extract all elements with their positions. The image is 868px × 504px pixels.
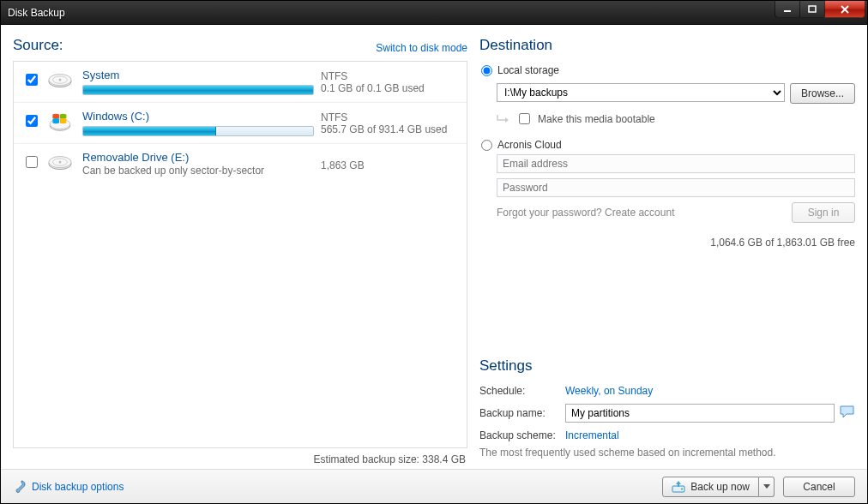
switch-disk-mode-link[interactable]: Switch to disk mode [376, 42, 467, 54]
browse-button[interactable]: Browse... [790, 83, 855, 104]
backup-scheme-link[interactable]: Incremental [565, 429, 619, 441]
svg-rect-1 [809, 6, 816, 12]
source-name: System [82, 69, 321, 81]
estimated-size: Estimated backup size: 338.4 GB [13, 453, 466, 465]
source-note: Can be backed up only sector-by-sector [82, 165, 321, 177]
svg-rect-0 [784, 10, 791, 12]
schedule-link[interactable]: Weekly, on Sunday [565, 385, 653, 397]
cloud-option[interactable]: Acronis Cloud [479, 139, 855, 151]
source-name: Removable Drive (E:) [82, 151, 321, 164]
make-bootable-checkbox[interactable] [519, 113, 530, 124]
source-item[interactable]: System NTFS 0.1 GB of 0.1 GB used [14, 62, 467, 103]
password-field[interactable] [497, 178, 855, 197]
backup-name-label: Backup name: [479, 407, 565, 419]
local-storage-option[interactable]: Local storage [479, 64, 855, 76]
destination-heading: Destination [479, 37, 855, 54]
backup-scheme-desc: The most frequently used scheme based on… [479, 447, 855, 459]
backup-scheme-label: Backup scheme: [479, 429, 565, 441]
svg-point-5 [59, 79, 62, 81]
close-icon [840, 5, 850, 14]
source-item[interactable]: Windows (C:) NTFS 565.7 GB of 931.4 GB u… [14, 103, 467, 144]
source-heading: Source: [13, 37, 63, 54]
comment-icon[interactable] [840, 405, 855, 422]
sign-in-button[interactable]: Sign in [792, 202, 855, 223]
maximize-icon [808, 5, 817, 14]
hard-drive-icon [46, 153, 74, 175]
source-checkbox[interactable] [26, 156, 38, 168]
settings-heading: Settings [479, 357, 855, 375]
disk-backup-options-link[interactable]: Disk backup options [13, 480, 124, 494]
disk-backup-options-label: Disk backup options [32, 481, 124, 493]
window-title: Disk Backup [8, 7, 65, 19]
back-up-now-dropdown[interactable] [759, 477, 775, 497]
chevron-down-icon [763, 484, 770, 489]
window-controls [775, 1, 865, 24]
svg-point-13 [681, 488, 683, 489]
hard-drive-icon [46, 70, 74, 93]
cancel-button[interactable]: Cancel [783, 477, 855, 497]
destination-path-select[interactable]: I:\My backups [497, 83, 785, 102]
schedule-label: Schedule: [479, 385, 565, 397]
source-name: Windows (C:) [82, 110, 321, 123]
back-up-now-label: Back up now [690, 481, 750, 493]
arrow-return-icon [497, 114, 510, 124]
source-usage: 565.7 GB of 931.4 GB used [321, 123, 458, 135]
forgot-password-link[interactable]: Forgot your password? [497, 207, 602, 219]
svg-point-11 [59, 161, 62, 164]
usage-bar [82, 85, 314, 95]
email-field[interactable] [497, 154, 855, 173]
close-button[interactable] [824, 1, 865, 18]
local-storage-label: Local storage [497, 64, 559, 76]
create-account-link[interactable]: Create account [605, 207, 674, 219]
make-bootable-label: Make this media bootable [538, 113, 655, 125]
source-item[interactable]: Removable Drive (E:) Can be backed up on… [14, 144, 467, 183]
cloud-radio[interactable] [481, 140, 492, 151]
cloud-label: Acronis Cloud [497, 139, 562, 151]
local-storage-radio[interactable] [481, 65, 492, 76]
source-checkbox[interactable] [26, 74, 38, 86]
minimize-icon [783, 5, 792, 14]
source-list: System NTFS 0.1 GB of 0.1 GB used [13, 61, 467, 448]
usage-bar [82, 126, 314, 136]
title-bar: Disk Backup [1, 1, 867, 25]
free-space-text: 1,064.6 GB of 1,863.01 GB free [479, 237, 855, 249]
source-fs: NTFS [321, 111, 458, 123]
source-usage: 1,863 GB [321, 159, 458, 171]
windows-drive-icon [46, 111, 74, 134]
wrench-icon [13, 480, 27, 494]
source-checkbox[interactable] [26, 115, 38, 127]
minimize-button[interactable] [775, 1, 800, 18]
source-usage: 0.1 GB of 0.1 GB used [321, 82, 458, 94]
source-fs: NTFS [321, 70, 458, 82]
back-up-now-button[interactable]: Back up now [662, 477, 775, 497]
maximize-button[interactable] [799, 1, 825, 18]
backup-name-input[interactable] [565, 404, 835, 423]
backup-drive-icon [672, 481, 685, 493]
